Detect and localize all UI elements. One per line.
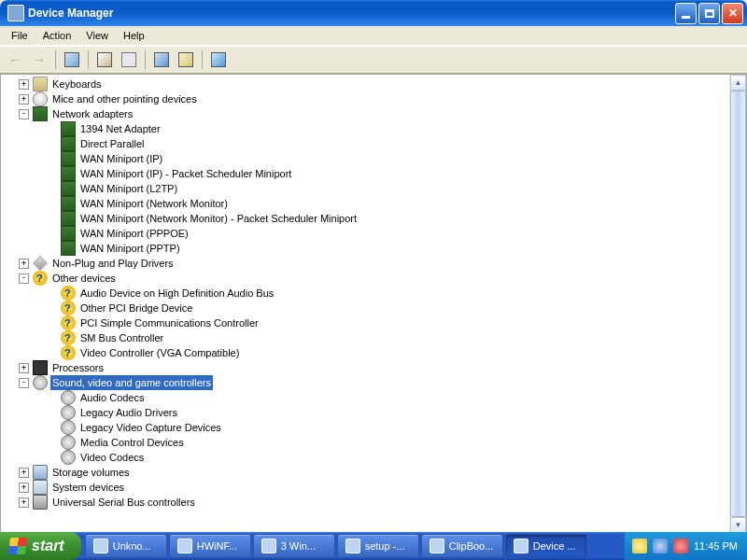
tray-icon[interactable]: [632, 539, 647, 553]
menu-file[interactable]: File: [4, 28, 35, 43]
tree-item-mice[interactable]: + Mice and other pointing devices: [5, 91, 746, 106]
tree-item-media-control[interactable]: Media Control Devices: [5, 435, 746, 450]
tree-item-net-wanpppoe[interactable]: WAN Miniport (PPPOE): [5, 226, 746, 241]
tree-item-label: SM Bus Controller: [78, 330, 165, 345]
task-icon: [93, 539, 108, 553]
collapse-icon[interactable]: -: [19, 378, 29, 388]
tree-item-net-1394[interactable]: 1394 Net Adapter: [5, 121, 746, 136]
taskbar-item[interactable]: Unkno...: [85, 534, 167, 558]
network-adapter-icon: [61, 151, 76, 166]
network-adapter-icon: [61, 136, 76, 151]
expand-icon[interactable]: +: [19, 79, 29, 90]
windows-flag-icon: [8, 538, 27, 554]
tree-item-legacy-audio[interactable]: Legacy Audio Drivers: [5, 405, 746, 420]
tree-item-legacy-video[interactable]: Legacy Video Capture Devices: [5, 420, 746, 435]
expand-icon[interactable]: +: [19, 259, 29, 269]
tree-item-nonpnp[interactable]: + Non-Plug and Play Drivers: [5, 256, 746, 271]
tree-item-net-wannm-psm[interactable]: WAN Miniport (Network Monitor) - Packet …: [5, 211, 746, 226]
tree-item-oth-pci-bridge[interactable]: Other PCI Bridge Device: [5, 301, 746, 315]
tree-item-network-adapters[interactable]: - Network adapters: [5, 106, 746, 121]
start-button[interactable]: start: [0, 532, 81, 560]
collapse-icon[interactable]: -: [19, 273, 29, 284]
task-label: ClipBoo...: [449, 540, 494, 552]
tree-item-net-wanpptp[interactable]: WAN Miniport (PPTP): [5, 241, 746, 256]
task-icon: [261, 539, 276, 553]
window-title: Device Manager: [28, 7, 675, 20]
tree-item-audio-codecs[interactable]: Audio Codecs: [5, 390, 746, 405]
tree-item-storage-volumes[interactable]: + Storage volumes: [5, 465, 746, 480]
usb-icon: [33, 495, 48, 510]
tree-item-net-wanip-psm[interactable]: WAN Miniport (IP) - Packet Scheduler Min…: [5, 166, 746, 181]
task-icon: [514, 539, 529, 553]
toolbar-print-button[interactable]: [118, 49, 140, 71]
taskbar-item[interactable]: HWiNF...: [169, 534, 251, 558]
toolbar-separator: [202, 50, 203, 69]
tray-icon[interactable]: [673, 539, 688, 553]
tree-item-oth-audio-hd[interactable]: Audio Device on High Definition Audio Bu…: [5, 286, 746, 301]
tree-item-sound-video-game[interactable]: - Sound, video and game controllers: [5, 375, 746, 390]
tree-item-label: Other devices: [50, 271, 118, 286]
tree-item-oth-vga[interactable]: Video Controller (VGA Compatible): [5, 345, 746, 360]
toolbar-show-hide-button[interactable]: [61, 49, 83, 71]
system-tray[interactable]: 11:45 PM: [624, 532, 747, 560]
tree-item-label: Network adapters: [50, 106, 134, 121]
tree-item-label: WAN Miniport (PPPOE): [78, 226, 190, 241]
tree-item-oth-smbus[interactable]: SM Bus Controller: [5, 330, 746, 345]
tree-item-label: System devices: [50, 480, 126, 495]
arrow-right-icon: →: [33, 52, 46, 67]
tree-item-net-wanl2tp[interactable]: WAN Miniport (L2TP): [5, 181, 746, 196]
menu-help[interactable]: Help: [116, 28, 152, 43]
tree-item-net-wanip[interactable]: WAN Miniport (IP): [5, 151, 746, 166]
task-icon: [177, 539, 192, 553]
menu-view[interactable]: View: [78, 28, 116, 43]
tree-item-oth-pci-comm[interactable]: PCI Simple Communications Controller: [5, 315, 746, 330]
tree-item-processors[interactable]: + Processors: [5, 360, 746, 375]
toolbar-refresh-button[interactable]: [150, 49, 173, 71]
vertical-scrollbar[interactable]: ▲ ▼: [729, 75, 746, 533]
maximize-button[interactable]: [698, 3, 720, 24]
sound-icon: [33, 375, 48, 390]
tray-icon[interactable]: [653, 539, 668, 553]
tree-item-net-wannm[interactable]: WAN Miniport (Network Monitor): [5, 196, 746, 211]
tree-item-other-devices[interactable]: - Other devices: [5, 271, 746, 286]
taskbar-item[interactable]: ClipBoo...: [421, 534, 503, 558]
toolbar-scan-button[interactable]: [207, 49, 230, 71]
collapse-icon[interactable]: -: [19, 109, 29, 119]
task-label: Device ...: [533, 540, 576, 552]
unknown-device-icon: [61, 330, 76, 345]
nav-back-button: ←: [4, 49, 26, 71]
minimize-button[interactable]: [675, 3, 697, 24]
toolbar-properties-button[interactable]: [93, 49, 116, 71]
tree-item-label: Video Controller (VGA Compatible): [78, 345, 241, 360]
expand-icon[interactable]: +: [19, 468, 29, 478]
taskbar-item[interactable]: 3 Win...: [253, 534, 335, 558]
expand-icon[interactable]: +: [19, 497, 29, 508]
pane-icon: [64, 52, 79, 67]
device-tree[interactable]: + Keyboards + Mice and other pointing de…: [1, 75, 746, 534]
scroll-up-button[interactable]: ▲: [730, 75, 746, 91]
expand-icon[interactable]: +: [19, 483, 29, 493]
toolbar-update-button[interactable]: [175, 49, 197, 71]
sound-icon: [61, 390, 76, 405]
expand-icon[interactable]: +: [19, 363, 29, 373]
menu-action[interactable]: Action: [35, 28, 79, 43]
close-button[interactable]: [722, 3, 743, 24]
tree-item-video-codecs[interactable]: Video Codecs: [5, 450, 746, 465]
scroll-thumb[interactable]: [730, 91, 746, 517]
task-icon: [430, 539, 444, 553]
tree-item-net-direct-parallel[interactable]: Direct Parallel: [5, 136, 746, 151]
tree-item-keyboards[interactable]: + Keyboards: [5, 77, 746, 91]
taskbar-item-active[interactable]: Device ...: [505, 534, 587, 558]
unknown-device-icon: [61, 301, 76, 315]
tree-item-system-devices[interactable]: + System devices: [5, 480, 746, 495]
tree-item-label: Processors: [50, 360, 106, 375]
expand-icon[interactable]: +: [19, 94, 29, 105]
system-clock[interactable]: 11:45 PM: [694, 540, 738, 552]
sound-icon: [61, 420, 76, 435]
tree-item-usb-controllers[interactable]: + Universal Serial Bus controllers: [5, 495, 746, 510]
scroll-down-button[interactable]: ▼: [730, 517, 746, 533]
taskbar-item[interactable]: setup -...: [337, 534, 419, 558]
unknown-device-icon: [61, 286, 76, 301]
sound-icon: [61, 405, 76, 420]
network-adapter-icon: [61, 196, 76, 211]
